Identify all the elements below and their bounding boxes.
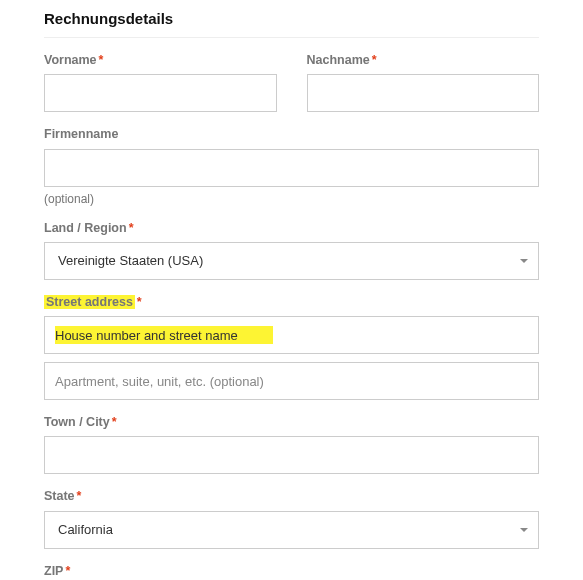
company-input[interactable] — [44, 149, 539, 187]
city-input[interactable] — [44, 436, 539, 474]
required-marker: * — [129, 221, 134, 235]
first-name-input[interactable] — [44, 74, 277, 112]
required-marker: * — [77, 489, 82, 503]
street-address-line2-input[interactable] — [44, 362, 539, 400]
page-title: Rechnungsdetails — [44, 10, 539, 38]
city-label: Town / City* — [44, 414, 539, 430]
required-marker: * — [112, 415, 117, 429]
last-name-input[interactable] — [307, 74, 540, 112]
street-address-label-text: Street address — [44, 295, 135, 309]
state-label-text: State — [44, 489, 75, 503]
city-label-text: Town / City — [44, 415, 110, 429]
street-address-line1-input[interactable] — [44, 316, 539, 354]
zip-label: ZIP* — [44, 563, 539, 579]
zip-label-text: ZIP — [44, 564, 63, 578]
chevron-down-icon — [520, 528, 528, 532]
state-select[interactable]: California — [44, 511, 539, 549]
chevron-down-icon — [520, 259, 528, 263]
company-label: Firmenname — [44, 126, 539, 142]
required-marker: * — [372, 53, 377, 67]
required-marker: * — [99, 53, 104, 67]
last-name-label-text: Nachname — [307, 53, 370, 67]
country-selected-value: Vereinigte Staaten (USA) — [58, 253, 203, 268]
company-optional-label: (optional) — [44, 192, 539, 206]
street-address-label: Street address* — [44, 294, 539, 310]
state-label: State* — [44, 488, 539, 504]
last-name-label: Nachname* — [307, 52, 540, 68]
first-name-label-text: Vorname — [44, 53, 97, 67]
required-marker: * — [65, 564, 70, 578]
country-select[interactable]: Vereinigte Staaten (USA) — [44, 242, 539, 280]
state-selected-value: California — [58, 522, 113, 537]
country-label-text: Land / Region — [44, 221, 127, 235]
first-name-label: Vorname* — [44, 52, 277, 68]
country-label: Land / Region* — [44, 220, 539, 236]
required-marker: * — [137, 295, 142, 309]
